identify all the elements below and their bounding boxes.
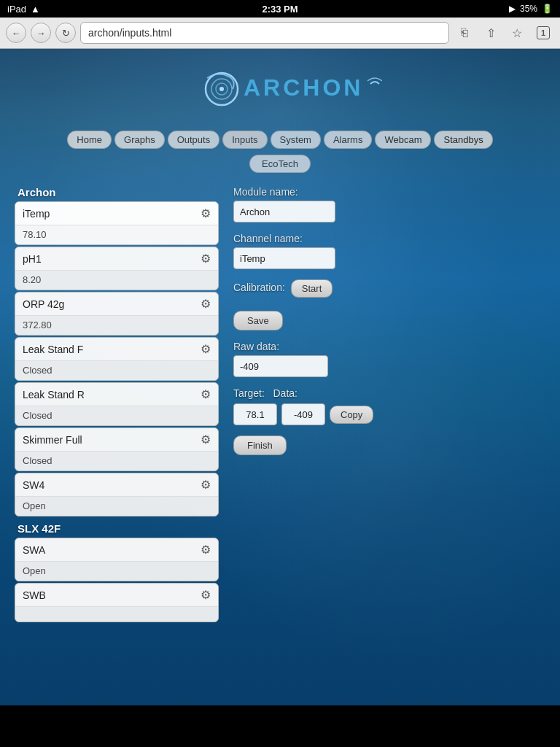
raw-data-group: Raw data: <box>233 341 545 377</box>
device-value-leakr: Closed <box>15 406 218 425</box>
channel-name-label: Channel name: <box>233 233 545 244</box>
device-card-swa: SWA ⚙ Open <box>15 538 219 581</box>
nav-home[interactable]: Home <box>67 131 112 149</box>
device-card-itemp: iTemp ⚙ 78.10 <box>15 201 219 245</box>
device-card-leakf: Leak Stand F ⚙ Closed <box>15 337 219 381</box>
gear-icon-itemp[interactable]: ⚙ <box>201 206 211 220</box>
device-card-leakr: Leak Stand R ⚙ Closed <box>15 382 219 426</box>
device-header-swb[interactable]: SWB ⚙ <box>15 584 218 607</box>
module-name-input[interactable] <box>233 201 335 222</box>
logo-area: ARCHON <box>0 49 560 125</box>
tabs-button[interactable]: 1 <box>532 22 554 44</box>
device-name-swb: SWB <box>23 589 46 601</box>
nav-webcam[interactable]: Webcam <box>375 131 431 149</box>
device-header-leakr[interactable]: Leak Stand R ⚙ <box>15 383 218 406</box>
device-header-orp[interactable]: ORP 42g ⚙ <box>15 293 218 316</box>
calibration-group: Calibration: Start <box>233 279 545 298</box>
device-name-leakf: Leak Stand F <box>23 344 83 355</box>
nav-outputs[interactable]: Outputs <box>168 131 220 149</box>
nav-ecotech[interactable]: EcoTech <box>249 155 311 173</box>
main-content: ARCHON Home Graphs Outputs Inputs System… <box>0 49 560 705</box>
bookmark-button[interactable]: ☆ <box>506 22 528 44</box>
browser-chrome: ← → ↻ archon/inputs.html ⎗ ⇧ ☆ 1 <box>0 18 560 49</box>
bluetooth-icon: ▶ <box>509 4 516 14</box>
nav-bar: Home Graphs Outputs Inputs System Alarms… <box>0 125 560 155</box>
device-name-ph1: pH1 <box>23 253 42 265</box>
carrier-label: iPad <box>7 4 26 15</box>
forward-button[interactable]: → <box>31 23 51 43</box>
device-name-swa: SWA <box>23 544 45 556</box>
module-name-label: Module name: <box>233 186 545 198</box>
device-header-ph1[interactable]: pH1 ⚙ <box>15 247 218 271</box>
section-title-slx: SLX 42F <box>15 522 219 535</box>
device-name-leakr: Leak Stand R <box>23 389 85 400</box>
calibration-start-button[interactable]: Start <box>291 279 332 298</box>
gear-icon-sw4[interactable]: ⚙ <box>201 478 211 492</box>
gear-icon-ph1[interactable]: ⚙ <box>201 252 211 266</box>
battery-icon: 🔋 <box>542 4 553 14</box>
device-list: Archon iTemp ⚙ 78.10 pH1 ⚙ 8.20 <box>15 186 219 624</box>
device-header-itemp[interactable]: iTemp ⚙ <box>15 202 218 225</box>
back-button[interactable]: ← <box>6 23 26 43</box>
share-button[interactable]: ⎗ <box>454 22 475 44</box>
device-card-ph1: pH1 ⚙ 8.20 <box>15 247 219 290</box>
nav-standbys[interactable]: Standbys <box>434 131 492 149</box>
gear-icon-leakf[interactable]: ⚙ <box>201 342 211 356</box>
device-card-sw4: SW4 ⚙ Open <box>15 473 219 516</box>
channel-name-group: Channel name: <box>233 233 545 269</box>
target-data-group: Target: Data: Copy <box>233 387 545 425</box>
copy-button[interactable]: Copy <box>330 406 373 424</box>
device-value-ph1: 8.20 <box>15 271 218 290</box>
svg-text:ARCHON: ARCHON <box>244 74 363 101</box>
device-value-swa: Open <box>15 562 218 581</box>
data-value-input[interactable] <box>281 403 325 425</box>
nav-system[interactable]: System <box>271 131 321 149</box>
device-card-skimmer: Skimmer Full ⚙ Closed <box>15 427 219 471</box>
target-data-label: Target: Data: <box>233 387 545 399</box>
section-title-archon: Archon <box>15 186 219 198</box>
target-value-input[interactable] <box>233 403 277 425</box>
device-card-orp: ORP 42g ⚙ 372.80 <box>15 292 219 336</box>
device-header-skimmer[interactable]: Skimmer Full ⚙ <box>15 428 218 452</box>
refresh-button[interactable]: ↻ <box>55 23 76 43</box>
device-name-itemp: iTemp <box>23 208 50 220</box>
gear-icon-leakr[interactable]: ⚙ <box>201 387 211 401</box>
nav-alarms[interactable]: Alarms <box>324 131 372 149</box>
finish-button[interactable]: Finish <box>233 436 287 455</box>
device-header-leakf[interactable]: Leak Stand F ⚙ <box>15 338 218 361</box>
calibration-label: Calibration: <box>233 282 285 293</box>
time-display: 2:33 PM <box>262 4 298 15</box>
wifi-icon: ▲ <box>31 4 40 15</box>
channel-name-input[interactable] <box>233 247 335 269</box>
nav-graphs[interactable]: Graphs <box>114 131 165 149</box>
device-value-sw4: Open <box>15 497 218 516</box>
nav-inputs[interactable]: Inputs <box>222 131 267 149</box>
svg-point-3 <box>219 87 224 91</box>
device-value-skimmer: Closed <box>15 452 218 471</box>
gear-icon-skimmer[interactable]: ⚙ <box>201 433 211 446</box>
settings-panel: Module name: Channel name: Calibration: … <box>233 186 545 624</box>
device-value-leakf: Closed <box>15 361 218 380</box>
content-layout: Archon iTemp ⚙ 78.10 pH1 ⚙ 8.20 <box>0 179 560 631</box>
device-name-sw4: SW4 <box>23 479 44 491</box>
device-value-swb <box>15 607 218 622</box>
save-button[interactable]: Save <box>233 311 283 330</box>
save-group: Save <box>233 308 545 330</box>
module-name-group: Module name: <box>233 186 545 222</box>
device-name-orp: ORP 42g <box>23 298 64 310</box>
device-value-itemp: 78.10 <box>15 225 218 244</box>
device-name-skimmer: Skimmer Full <box>23 434 82 446</box>
status-bar: iPad ▲ 2:33 PM ▶ 35% 🔋 <box>0 0 560 18</box>
device-card-swb: SWB ⚙ <box>15 583 219 622</box>
device-header-sw4[interactable]: SW4 ⚙ <box>15 473 218 497</box>
device-header-swa[interactable]: SWA ⚙ <box>15 538 218 562</box>
gear-icon-swa[interactable]: ⚙ <box>201 543 211 557</box>
url-bar[interactable]: archon/inputs.html <box>80 22 449 44</box>
battery-level: 35% <box>520 4 537 14</box>
gear-icon-orp[interactable]: ⚙ <box>201 297 211 311</box>
raw-data-input[interactable] <box>233 355 328 377</box>
share-action-button[interactable]: ⇧ <box>480 22 502 44</box>
device-value-orp: 372.80 <box>15 316 218 335</box>
raw-data-label: Raw data: <box>233 341 545 352</box>
gear-icon-swb[interactable]: ⚙ <box>201 588 211 602</box>
